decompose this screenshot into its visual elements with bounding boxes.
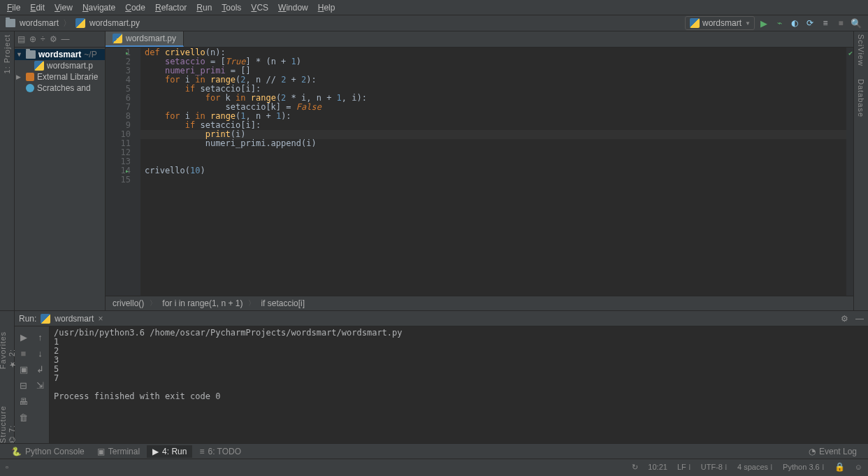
tree-root-label: wordsmart [38,50,81,59]
project-tool-button[interactable]: 1: Project [3,34,11,73]
tree-external-libs[interactable]: ▶ External Librarie [15,71,105,82]
hide-icon[interactable]: — [62,34,70,44]
code-breadcrumb: crivello()〉for i in range(1, n + 1)〉if s… [106,296,853,310]
terminal-tab[interactable]: ▣Terminal [92,445,145,458]
down-button[interactable]: ↓ [33,345,48,361]
run-title: Run: [19,314,36,324]
navigation-bar: wordsmart 〉 wordsmart.py wordsmart ▶ ⌁ ◐… [0,15,868,31]
tree-file[interactable]: wordsmart.p [15,60,105,71]
python-file-icon [34,61,44,71]
main-menu-bar: FileEditViewNavigateCodeRefactorRunTools… [0,0,868,15]
code-editor[interactable]: 1▸234567891011121314▸15 def crivello(n):… [106,48,853,296]
run-config-label: wordsmart [702,18,742,28]
menu-vcs[interactable]: VCS [247,1,273,14]
database-tool-button[interactable]: Database [857,79,865,117]
hide-icon[interactable]: — [855,314,864,324]
up-button[interactable]: ↑ [33,329,48,345]
breadcrumb-item[interactable]: if setaccio[i] [261,298,305,308]
event-log-tab[interactable]: ◔Event Log [803,445,862,458]
menu-refactor[interactable]: Refactor [151,1,191,14]
project-view-combo[interactable]: ▤ [17,34,25,44]
run-icon: ▶ [152,447,159,456]
indent-info[interactable]: 4 spaces [737,463,768,471]
wrap-button[interactable]: ↲ [33,361,48,377]
main-area: 1: Project ▤ ⊕ ÷ ⚙ — ▼ wordsmart ~/P wor… [0,31,868,310]
python-file-icon [690,18,700,28]
close-tab-icon[interactable]: × [98,314,103,324]
bottom-tool-tabs: 🐍Python Console ▣Terminal ▶4: Run ≡6: TO… [0,443,868,459]
debug-button[interactable]: ⌁ [773,17,786,29]
caret-position[interactable]: 10:21 [648,463,667,471]
terminal-icon: ▣ [97,447,105,456]
scroll-button[interactable]: ⇲ [33,377,48,393]
breadcrumb-item[interactable]: crivello() [113,298,144,308]
favorites-tool-button[interactable]: ★ 2: Favorites [0,314,16,369]
menu-view[interactable]: View [50,1,77,14]
refresh-icon[interactable]: ↻ [632,463,638,472]
scroll-to-source-icon[interactable]: ⊕ [29,34,36,44]
breadcrumb-item[interactable]: for i in range(1, n + 1) [162,298,243,308]
editor-gutter[interactable]: 1▸234567891011121314▸15 [106,48,140,296]
todo-icon: ≡ [199,447,204,456]
run-side-toolbar: ▶↑ ■↓ ▣↲ ⊟⇲ 🖶 🗑 [15,326,50,443]
rerun-button[interactable]: ▶ [16,329,31,345]
editor-tab-label: wordsmart.py [126,34,176,43]
run-config-name: wordsmart [55,314,94,324]
python-console-tab[interactable]: 🐍Python Console [6,445,90,458]
event-log-label: Event Log [819,447,857,456]
project-tree[interactable]: ▼ wordsmart ~/P wordsmart.p ▶ External L… [15,48,105,95]
line-separator[interactable]: LF [677,463,686,471]
menu-run[interactable]: Run [192,1,216,14]
terminal-label: Terminal [108,447,140,456]
stop-button[interactable]: ■ [834,17,847,29]
error-strip[interactable]: ✔ [846,48,853,296]
breadcrumb-separator: 〉 [63,17,71,29]
libraries-icon [26,73,34,81]
file-encoding[interactable]: UTF-8 [701,463,723,471]
sciview-tool-button[interactable]: SciView [857,34,865,66]
structure-tool-button[interactable]: ⌬ 7: Structure [0,390,16,443]
tree-scratches[interactable]: ▶ Scratches and [15,82,105,94]
print-button[interactable]: 🖶 [16,394,31,409]
menu-code[interactable]: Code [121,1,150,14]
breadcrumb-project[interactable]: wordsmart [20,18,59,28]
tree-root[interactable]: ▼ wordsmart ~/P [15,49,105,60]
toolbar-button[interactable]: ≡ [819,17,832,29]
menu-file[interactable]: File [3,1,24,14]
pin-button[interactable]: ⊟ [16,377,31,393]
expand-arrow-icon[interactable]: ▶ [16,73,23,80]
expand-arrow-icon[interactable]: ▼ [16,51,23,58]
run-tab[interactable]: ▶4: Run [147,445,192,458]
stop-button[interactable]: ■ [16,345,31,361]
left-tool-strip-lower: ★ 2: Favorites ⌬ 7: Structure [0,311,15,443]
layout-button[interactable]: ▣ [16,361,31,377]
menu-tools[interactable]: Tools [217,1,245,14]
run-button[interactable]: ▶ [758,17,770,29]
menu-navigate[interactable]: Navigate [78,1,120,14]
delete-button[interactable]: 🗑 [16,410,31,425]
search-button[interactable]: 🔍 [850,17,862,29]
hector-icon[interactable]: ☺ [855,463,862,471]
editor-area: wordsmart.py 1▸234567891011121314▸15 def… [106,31,853,310]
tree-root-path: ~/P [84,50,96,59]
run-config-combo[interactable]: wordsmart [685,16,755,30]
breadcrumb-file[interactable]: wordsmart.py [89,18,140,28]
status-messages-icon[interactable]: ▫ [6,463,8,471]
lock-icon[interactable]: 🔒 [834,462,845,472]
todo-tab[interactable]: ≡6: TODO [194,445,247,458]
inspection-ok-icon: ✔ [848,48,853,57]
python-interpreter[interactable]: Python 3.6 [783,463,820,471]
settings-icon[interactable]: ⚙ [50,34,57,44]
profile-button[interactable]: ⟳ [804,17,816,29]
run-tab-label: 4: Run [162,447,187,456]
editor-code[interactable]: def crivello(n): setaccio = [True] * (n … [140,48,846,296]
collapse-icon[interactable]: ÷ [41,34,45,44]
settings-icon[interactable]: ⚙ [841,314,848,324]
menu-window[interactable]: Window [274,1,312,14]
editor-tab[interactable]: wordsmart.py [106,31,184,47]
coverage-button[interactable]: ◐ [788,17,801,29]
run-output[interactable]: /usr/bin/python3.6 /home/oscar/PycharmPr… [50,326,868,443]
right-tool-strip: SciView Database [853,31,868,310]
menu-edit[interactable]: Edit [26,1,49,14]
menu-help[interactable]: Help [314,1,340,14]
